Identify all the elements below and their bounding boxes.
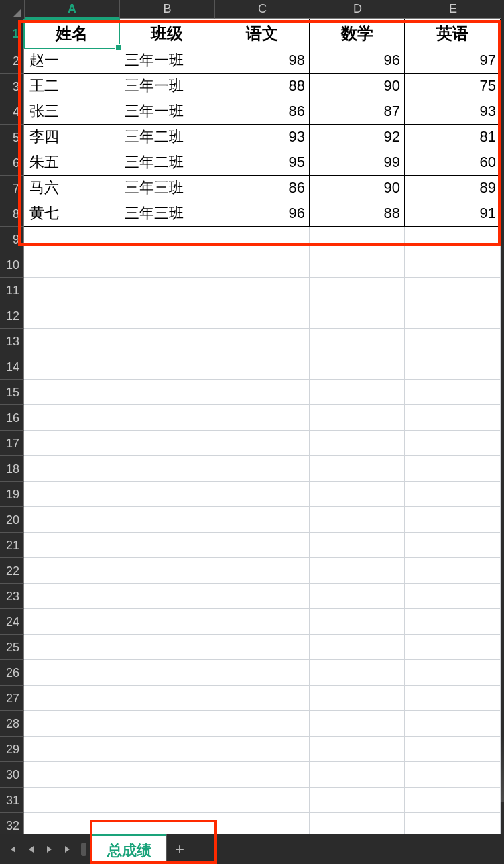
cell-C5[interactable]: 93 [214, 125, 310, 150]
cell-A10[interactable] [24, 252, 119, 278]
row-header-22[interactable]: 22 [0, 558, 24, 584]
cell-D31[interactable] [310, 788, 405, 813]
cell-E9[interactable] [405, 227, 501, 252]
cell-B9[interactable] [119, 227, 214, 252]
cell-B31[interactable] [119, 788, 214, 813]
cell-E26[interactable] [405, 660, 501, 686]
cell-B1[interactable]: 班级 [119, 19, 214, 48]
cell-D11[interactable] [310, 278, 405, 303]
cell-C2[interactable]: 98 [214, 48, 310, 74]
cell-E11[interactable] [405, 278, 501, 303]
cell-B30[interactable] [119, 762, 214, 788]
cell-D14[interactable] [310, 354, 405, 380]
row-header-8[interactable]: 8 [0, 201, 24, 227]
cell-E2[interactable]: 97 [405, 48, 501, 74]
row-header-5[interactable]: 5 [0, 125, 24, 150]
cell-D27[interactable] [310, 686, 405, 711]
cell-E21[interactable] [405, 533, 501, 558]
row-header-11[interactable]: 11 [0, 278, 24, 303]
cell-B19[interactable] [119, 482, 214, 507]
row-header-6[interactable]: 6 [0, 150, 24, 176]
cell-C12[interactable] [214, 303, 310, 329]
row-header-30[interactable]: 30 [0, 762, 24, 788]
row-header-18[interactable]: 18 [0, 456, 24, 482]
cell-A3[interactable]: 王二 [24, 74, 119, 99]
column-header-A[interactable]: A [25, 0, 120, 19]
cell-C19[interactable] [214, 482, 310, 507]
cell-E29[interactable] [405, 737, 501, 762]
cell-A31[interactable] [24, 788, 119, 813]
cell-A15[interactable] [24, 380, 119, 405]
cell-B5[interactable]: 三年二班 [119, 125, 214, 150]
row-header-3[interactable]: 3 [0, 74, 24, 99]
cell-E12[interactable] [405, 303, 501, 329]
cell-C29[interactable] [214, 737, 310, 762]
row-header-26[interactable]: 26 [0, 660, 24, 686]
cell-E15[interactable] [405, 380, 501, 405]
cell-D5[interactable]: 92 [310, 125, 405, 150]
sheet-nav-next[interactable] [40, 834, 59, 864]
cell-A30[interactable] [24, 762, 119, 788]
cell-D16[interactable] [310, 405, 405, 431]
column-header-B[interactable]: B [120, 0, 215, 19]
cell-A6[interactable]: 朱五 [24, 150, 119, 176]
cell-D6[interactable]: 99 [310, 150, 405, 176]
cell-C7[interactable]: 86 [214, 176, 310, 201]
cell-D12[interactable] [310, 303, 405, 329]
cell-B27[interactable] [119, 686, 214, 711]
cell-A11[interactable] [24, 278, 119, 303]
cell-C25[interactable] [214, 635, 310, 660]
cell-E20[interactable] [405, 507, 501, 533]
column-header-C[interactable]: C [215, 0, 310, 19]
sheet-list-scroll-thumb[interactable] [81, 843, 86, 856]
cell-E10[interactable] [405, 252, 501, 278]
cell-C27[interactable] [214, 686, 310, 711]
row-header-9[interactable]: 9 [0, 227, 24, 252]
row-header-13[interactable]: 13 [0, 329, 24, 354]
cell-C23[interactable] [214, 584, 310, 609]
row-header-27[interactable]: 27 [0, 686, 24, 711]
cell-A4[interactable]: 张三 [24, 99, 119, 125]
cell-D26[interactable] [310, 660, 405, 686]
cell-B21[interactable] [119, 533, 214, 558]
cell-B17[interactable] [119, 431, 214, 456]
cell-A12[interactable] [24, 303, 119, 329]
cell-E19[interactable] [405, 482, 501, 507]
cell-C1[interactable]: 语文 [214, 19, 310, 48]
cell-D18[interactable] [310, 456, 405, 482]
add-sheet-button[interactable]: + [166, 834, 192, 864]
cell-A5[interactable]: 李四 [24, 125, 119, 150]
cell-D15[interactable] [310, 380, 405, 405]
cell-C16[interactable] [214, 405, 310, 431]
cell-B29[interactable] [119, 737, 214, 762]
cell-B26[interactable] [119, 660, 214, 686]
cell-B28[interactable] [119, 711, 214, 737]
cell-A14[interactable] [24, 354, 119, 380]
row-header-17[interactable]: 17 [0, 431, 24, 456]
cell-B4[interactable]: 三年一班 [119, 99, 214, 125]
cell-A16[interactable] [24, 405, 119, 431]
cell-A9[interactable] [24, 227, 119, 252]
sheet-nav-first[interactable] [3, 834, 21, 864]
cell-B12[interactable] [119, 303, 214, 329]
row-header-2[interactable]: 2 [0, 48, 24, 74]
cell-D25[interactable] [310, 635, 405, 660]
sheet-nav-last[interactable] [59, 834, 78, 864]
cell-A26[interactable] [24, 660, 119, 686]
cell-E18[interactable] [405, 456, 501, 482]
cell-C3[interactable]: 88 [214, 74, 310, 99]
row-header-10[interactable]: 10 [0, 252, 24, 278]
cell-B2[interactable]: 三年一班 [119, 48, 214, 74]
cell-D24[interactable] [310, 609, 405, 635]
cell-C31[interactable] [214, 788, 310, 813]
cell-A18[interactable] [24, 456, 119, 482]
cell-D30[interactable] [310, 762, 405, 788]
cell-D4[interactable]: 87 [310, 99, 405, 125]
cell-B14[interactable] [119, 354, 214, 380]
cell-A23[interactable] [24, 584, 119, 609]
cell-E4[interactable]: 93 [405, 99, 501, 125]
cell-B3[interactable]: 三年一班 [119, 74, 214, 99]
cell-E8[interactable]: 91 [405, 201, 501, 227]
cell-A28[interactable] [24, 711, 119, 737]
cell-C26[interactable] [214, 660, 310, 686]
